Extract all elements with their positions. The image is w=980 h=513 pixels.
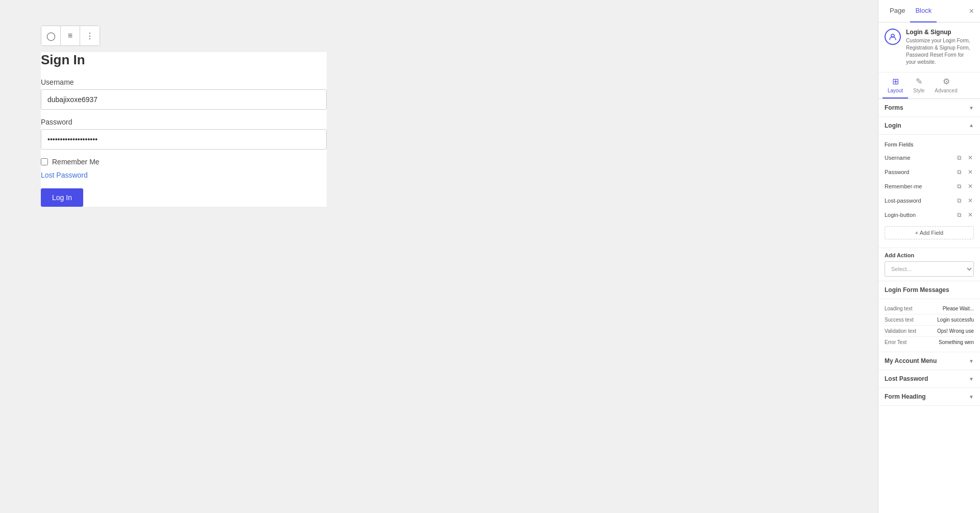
error-text-key: Error Text <box>885 339 925 345</box>
field-remember-delete-btn[interactable]: ✕ <box>967 182 974 190</box>
success-text-key: Success text <box>885 317 925 323</box>
style-icon: ✎ <box>916 77 922 86</box>
messages-section: Loading text Please Wait... Success text… <box>878 299 980 352</box>
message-row-error: Error Text Something wen <box>885 337 974 348</box>
form-fields-label: Form Fields <box>878 139 980 151</box>
plugin-text: Login & Signup Customize your Login Form… <box>906 29 974 66</box>
forms-section-label: Forms <box>885 104 903 111</box>
field-remember-copy-btn[interactable]: ⧉ <box>956 182 963 190</box>
username-label: Username <box>41 78 327 86</box>
field-password-delete-btn[interactable]: ✕ <box>967 168 974 176</box>
tab-page[interactable]: Page <box>885 0 910 22</box>
field-loginbtn-delete-btn[interactable]: ✕ <box>967 211 974 219</box>
dots-icon: ⋮ <box>86 31 94 41</box>
sub-tab-layout[interactable]: ⊞ Layout <box>883 72 908 99</box>
panel-header: Page Block × <box>878 0 980 22</box>
my-account-menu-label: My Account Menu <box>885 357 937 364</box>
my-account-chevron-icon: ▼ <box>969 358 974 364</box>
message-row-loading: Loading text Please Wait... <box>885 303 974 314</box>
field-username-label: Username <box>885 155 952 161</box>
password-input[interactable] <box>41 129 327 150</box>
plugin-info: Login & Signup Customize your Login Form… <box>878 22 980 72</box>
remember-me-label: Remember Me <box>52 158 100 166</box>
plugin-desc: Customize your Login Form, Registration … <box>906 37 974 66</box>
field-row-username: Username ⧉ ✕ <box>878 151 980 165</box>
list-icon: ≡ <box>68 31 72 40</box>
form-block-wrapper: ◯ ≡ ⋮ Sign In Username Password Rememb <box>41 26 327 207</box>
toolbar-list-icon-btn[interactable]: ≡ <box>61 26 80 45</box>
validation-text-value: Ops! Wrong use <box>937 328 974 334</box>
field-row-login-button: Login-button ⧉ ✕ <box>878 208 980 222</box>
validation-text-key: Validation text <box>885 328 925 334</box>
sub-tabs: ⊞ Layout ✎ Style ⚙ Advanced <box>878 72 980 99</box>
forms-section-header[interactable]: Forms ▼ <box>878 99 980 117</box>
lost-password-link[interactable]: Lost Password <box>41 171 327 179</box>
lost-password-section-header[interactable]: Lost Password ▼ <box>878 370 980 388</box>
message-row-validation: Validation text Ops! Wrong use <box>885 326 974 337</box>
remember-me-row: Remember Me <box>41 158 327 166</box>
lost-password-section-label: Lost Password <box>885 375 928 382</box>
toolbar-user-icon-btn[interactable]: ◯ <box>41 26 61 45</box>
canvas-area: ◯ ≡ ⋮ Sign In Username Password Rememb <box>0 0 878 513</box>
field-lostpw-delete-btn[interactable]: ✕ <box>967 197 974 205</box>
messages-section-label: Login Form Messages <box>885 286 949 294</box>
error-text-value: Something wen <box>939 339 974 345</box>
username-group: Username <box>41 78 327 110</box>
field-username-copy-btn[interactable]: ⧉ <box>956 154 963 162</box>
login-section-header[interactable]: Login ▼ <box>878 117 980 135</box>
field-loginbtn-copy-btn[interactable]: ⧉ <box>956 211 963 219</box>
password-label: Password <box>41 118 327 126</box>
login-section-label: Login <box>885 122 901 129</box>
block-toolbar: ◯ ≡ ⋮ <box>41 26 100 46</box>
form-fields-section: Form Fields Username ⧉ ✕ Password ⧉ ✕ Re… <box>878 135 980 248</box>
login-chevron-icon: ▼ <box>969 123 974 129</box>
login-button[interactable]: Log In <box>41 188 83 207</box>
field-username-delete-btn[interactable]: ✕ <box>967 154 974 162</box>
sub-tab-style-label: Style <box>913 88 924 93</box>
field-row-lost-password: Lost-password ⧉ ✕ <box>878 193 980 208</box>
right-panel: Page Block × Login & Signup Customize yo… <box>878 0 980 513</box>
field-row-remember-me: Remember-me ⧉ ✕ <box>878 179 980 193</box>
sub-tab-layout-label: Layout <box>888 88 903 93</box>
layout-icon: ⊞ <box>892 77 899 86</box>
add-action-area: Add Action Select... <box>878 248 980 281</box>
username-input[interactable] <box>41 89 327 110</box>
lost-password-chevron-icon: ▼ <box>969 376 974 382</box>
field-lostpw-copy-btn[interactable]: ⧉ <box>956 197 963 205</box>
loading-text-value: Please Wait... <box>943 306 974 311</box>
form-title: Sign In <box>41 52 327 68</box>
tab-block[interactable]: Block <box>910 0 937 22</box>
plugin-icon <box>885 29 901 45</box>
loading-text-key: Loading text <box>885 306 925 311</box>
form-heading-section-header[interactable]: Form Heading ▼ <box>878 388 980 406</box>
form-heading-chevron-icon: ▼ <box>969 394 974 400</box>
field-lost-password-label: Lost-password <box>885 198 952 204</box>
sub-tab-advanced[interactable]: ⚙ Advanced <box>929 72 962 99</box>
user-icon: ◯ <box>46 31 56 41</box>
toolbar-dots-icon-btn[interactable]: ⋮ <box>80 26 100 45</box>
password-group: Password <box>41 118 327 150</box>
sub-tab-advanced-label: Advanced <box>935 88 957 93</box>
forms-chevron-icon: ▼ <box>969 105 974 111</box>
success-text-value: Login successfu <box>937 317 974 323</box>
add-action-label: Add Action <box>885 252 974 258</box>
sign-in-form: Sign In Username Password Remember Me Lo… <box>41 52 327 207</box>
field-password-label: Password <box>885 169 952 175</box>
field-login-button-label: Login-button <box>885 212 952 218</box>
sub-tab-style[interactable]: ✎ Style <box>908 72 929 99</box>
plugin-name: Login & Signup <box>906 29 974 36</box>
field-password-copy-btn[interactable]: ⧉ <box>956 168 963 176</box>
add-action-select[interactable]: Select... <box>885 261 974 277</box>
panel-close-button[interactable]: × <box>969 7 974 15</box>
add-field-button[interactable]: + Add Field <box>885 226 974 239</box>
field-remember-me-label: Remember-me <box>885 183 952 189</box>
advanced-icon: ⚙ <box>943 77 950 86</box>
messages-section-header[interactable]: Login Form Messages <box>878 281 980 299</box>
form-heading-section-label: Form Heading <box>885 393 926 400</box>
remember-checkbox[interactable] <box>41 158 48 165</box>
field-row-password: Password ⧉ ✕ <box>878 165 980 179</box>
message-row-success: Success text Login successfu <box>885 314 974 326</box>
my-account-menu-section-header[interactable]: My Account Menu ▼ <box>878 352 980 370</box>
